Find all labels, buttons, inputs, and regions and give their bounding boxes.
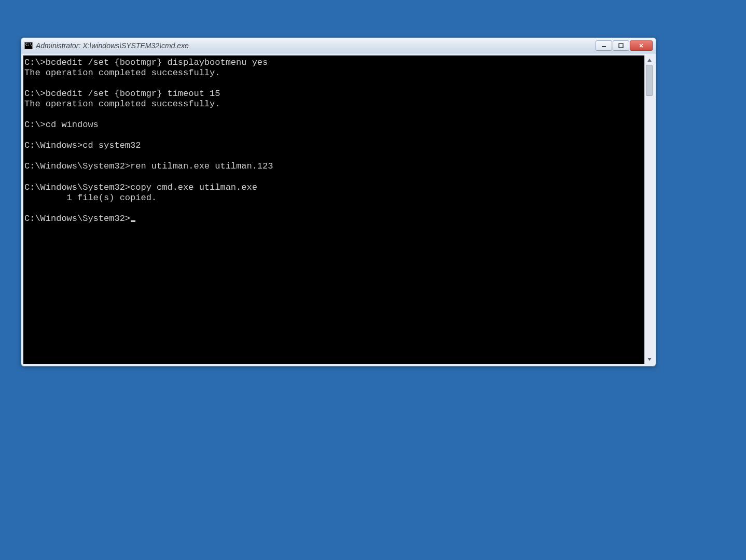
window-controls xyxy=(596,40,653,51)
terminal-output[interactable]: C:\>bcdedit /set {bootmgr} displaybootme… xyxy=(23,55,644,364)
minimize-icon xyxy=(601,43,606,48)
svg-rect-0 xyxy=(602,46,606,47)
minimize-button[interactable] xyxy=(596,40,612,51)
scroll-thumb[interactable] xyxy=(646,65,653,96)
scroll-down-arrow-icon[interactable] xyxy=(645,355,654,364)
vertical-scrollbar[interactable] xyxy=(644,55,654,364)
cmd-window: Administrator: X:\windows\SYSTEM32\cmd.e… xyxy=(21,37,656,367)
cursor xyxy=(131,220,135,222)
close-icon xyxy=(639,43,644,48)
scroll-up-arrow-icon[interactable] xyxy=(645,55,654,65)
scroll-track[interactable] xyxy=(645,65,654,355)
svg-rect-1 xyxy=(619,44,623,48)
close-button[interactable] xyxy=(630,40,653,51)
maximize-icon xyxy=(618,43,624,48)
maximize-button[interactable] xyxy=(613,40,629,51)
titlebar[interactable]: Administrator: X:\windows\SYSTEM32\cmd.e… xyxy=(21,38,656,53)
window-title: Administrator: X:\windows\SYSTEM32\cmd.e… xyxy=(36,41,596,50)
cmd-icon xyxy=(24,42,33,49)
console-area: C:\>bcdedit /set {bootmgr} displaybootme… xyxy=(21,53,656,366)
